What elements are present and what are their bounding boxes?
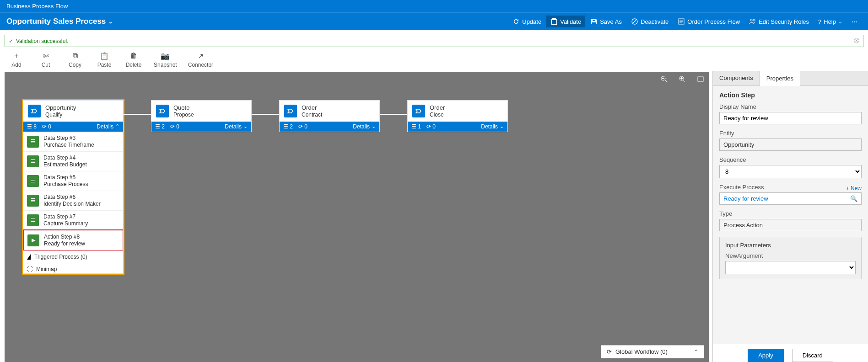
edit-security-roles-button[interactable]: Edit Security Roles — [745, 16, 813, 27]
validation-notice: ✓ Validation successful. ⓧ — [5, 35, 863, 47]
details-toggle[interactable]: Details ⌃ — [97, 123, 119, 130]
paste-button[interactable]: 📋Paste — [95, 52, 113, 68]
deactivate-button[interactable]: Deactivate — [627, 16, 673, 27]
step-title: Data Step #3 — [43, 135, 94, 142]
help-button[interactable]: ?Help⌄ — [814, 16, 846, 27]
display-name-label: Display Name — [719, 103, 862, 110]
close-icon[interactable]: ⓧ — [854, 37, 859, 45]
add-button[interactable]: ＋Add — [7, 52, 26, 68]
step-title: Data Step #5 — [43, 174, 88, 181]
workflow-count: ⟳ 0 — [298, 123, 307, 130]
data-step-icon: ☰ — [27, 214, 39, 226]
entity-field: Opportunity — [719, 138, 862, 151]
step-item[interactable]: ☰Data Step #6Identify Decision Maker — [23, 191, 123, 210]
step-subtitle: Ready for review — [44, 240, 85, 247]
help-icon: ? — [818, 18, 821, 25]
svg-rect-12 — [698, 77, 703, 81]
data-step-icon: ☰ — [27, 136, 39, 148]
sequence-label: Sequence — [719, 156, 862, 163]
stage-propose[interactable]: QuotePropose☰ 2⟳ 0Details ⌄ — [151, 100, 252, 132]
zoom-in-icon[interactable] — [679, 75, 686, 84]
zoom-out-icon[interactable] — [660, 75, 668, 84]
execute-process-label: Execute Process — [719, 184, 764, 191]
chevron-down-icon: ⌄ — [838, 19, 842, 25]
order-icon — [678, 18, 685, 25]
more-icon: ⋯ — [852, 18, 857, 25]
copy-icon: ⧉ — [73, 52, 78, 60]
svg-point-4 — [753, 19, 755, 21]
step-title: Data Step #7 — [43, 213, 88, 220]
step-count: ☰ 2 — [155, 123, 165, 130]
deactivate-icon — [631, 18, 638, 25]
action-step-icon: ▶ — [27, 234, 39, 246]
step-item[interactable]: ☰Data Step #7Capture Summary — [23, 210, 123, 230]
update-button[interactable]: Update — [508, 16, 545, 27]
stage-category: Close — [430, 112, 445, 118]
step-item[interactable]: ▶Action Step #8Ready for review — [24, 230, 123, 250]
step-subtitle: Estimated Budget — [43, 161, 87, 168]
check-icon: ✓ — [9, 38, 13, 44]
triggered-process[interactable]: Triggered Process (0) — [23, 250, 123, 263]
connector-icon: ↗ — [198, 52, 204, 60]
step-item[interactable]: ☰Data Step #3Purchase Timeframe — [23, 132, 123, 151]
breadcrumb: Business Process Flow — [0, 0, 868, 13]
execute-process-lookup[interactable]: 🔍 — [719, 192, 862, 205]
step-count: ☰ 1 — [411, 123, 421, 130]
type-label: Type — [719, 210, 862, 217]
execute-process-input[interactable] — [720, 193, 846, 204]
page-title[interactable]: Opportunity Sales Process ⌄ — [6, 17, 113, 26]
step-title: Data Step #4 — [43, 154, 87, 161]
scissors-icon: ✄ — [43, 52, 49, 60]
tab-properties[interactable]: Properties — [760, 71, 800, 86]
step-item[interactable]: ☰Data Step #5Purchase Process — [23, 171, 123, 191]
snapshot-button[interactable]: 📷Snapshot — [154, 52, 177, 68]
delete-button[interactable]: 🗑Delete — [124, 52, 143, 68]
step-subtitle: Identify Decision Maker — [43, 201, 101, 208]
more-button[interactable]: ⋯ — [847, 16, 862, 27]
discard-button[interactable]: Discard — [792, 349, 833, 362]
security-icon — [749, 18, 756, 25]
copy-button[interactable]: ⧉Copy — [66, 52, 84, 68]
global-workflow-bar[interactable]: ⟳Global Workflow (0) ⌃ — [601, 345, 704, 358]
trigger-icon — [27, 254, 31, 260]
details-toggle[interactable]: Details ⌄ — [225, 123, 248, 130]
minimap-toggle[interactable]: ⛶Minimap — [23, 263, 123, 273]
validate-button[interactable]: Validate — [546, 16, 585, 27]
stage-close[interactable]: OrderClose☰ 1⟳ 0Details ⌄ — [407, 100, 508, 132]
stage-icon — [156, 105, 169, 117]
order-process-flow-button[interactable]: Order Process Flow — [674, 16, 744, 27]
stage-qualify[interactable]: OpportunityQualify☰ 8⟳ 0Details ⌃☰Data S… — [23, 100, 124, 274]
details-toggle[interactable]: Details ⌄ — [481, 123, 504, 130]
step-item[interactable]: ☰Data Step #4Estimated Budget — [23, 151, 123, 171]
clipboard-icon — [550, 18, 558, 25]
step-subtitle: Purchase Process — [43, 181, 88, 188]
step-subtitle: Capture Summary — [43, 220, 88, 227]
plus-icon: ＋ — [13, 52, 20, 60]
paste-icon: 📋 — [100, 52, 109, 60]
details-toggle[interactable]: Details ⌄ — [353, 123, 376, 130]
apply-button[interactable]: Apply — [748, 349, 784, 362]
stage-category: Qualify — [45, 112, 76, 118]
stage-contract[interactable]: OrderContract☰ 2⟳ 0Details ⌄ — [279, 100, 380, 132]
argument-label: NewArgument — [725, 252, 856, 259]
tab-components[interactable]: Components — [713, 71, 760, 85]
search-icon[interactable]: 🔍 — [846, 195, 861, 202]
step-count: ☰ 2 — [283, 123, 293, 130]
new-process-link[interactable]: + New — [846, 185, 862, 192]
stage-category: Contract — [302, 112, 322, 118]
sequence-select[interactable]: 8 — [719, 165, 862, 178]
connector-button[interactable]: ↗Connector — [188, 52, 213, 68]
page-title-text: Opportunity Sales Process — [6, 17, 106, 26]
svg-point-3 — [750, 19, 752, 21]
designer-canvas[interactable]: OpportunityQualify☰ 8⟳ 0Details ⌃☰Data S… — [5, 72, 709, 362]
refresh-icon — [512, 18, 520, 25]
svg-line-6 — [665, 80, 667, 82]
save-as-button[interactable]: Save As — [586, 16, 626, 27]
stage-entity: Order — [302, 104, 322, 112]
argument-select[interactable] — [725, 261, 856, 274]
fit-icon[interactable] — [697, 75, 704, 84]
display-name-input[interactable] — [719, 112, 862, 124]
cut-button[interactable]: ✄Cut — [37, 52, 55, 68]
step-subtitle: Purchase Timeframe — [43, 142, 94, 149]
stage-category: Propose — [173, 112, 194, 118]
